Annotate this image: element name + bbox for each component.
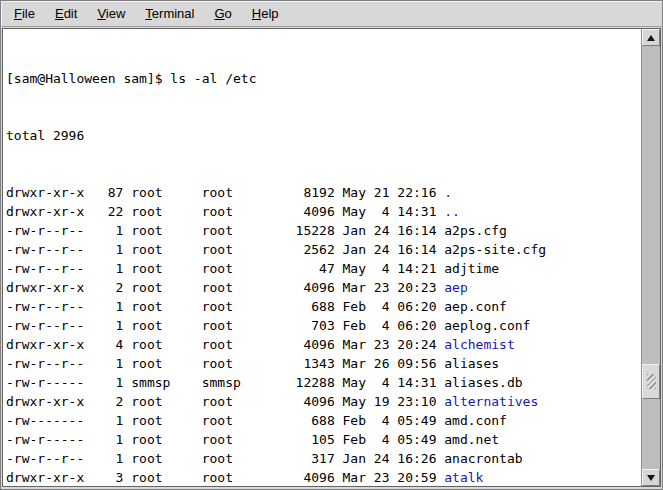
file-name: alternatives bbox=[444, 394, 538, 409]
listing-row: -rw-r----- 1 root root 105 Feb 4 05:49 a… bbox=[6, 430, 641, 449]
listing-row: drwxr-xr-x 87 root root 8192 May 21 22:1… bbox=[6, 183, 641, 202]
scrollbar-up-button[interactable] bbox=[642, 29, 660, 46]
listing-row: drwxr-xr-x 22 root root 4096 May 4 14:31… bbox=[6, 202, 641, 221]
file-name: amd.conf bbox=[444, 413, 507, 428]
file-attributes: -rw-r--r-- 1 root root 1343 Mar 26 09:56 bbox=[6, 356, 444, 371]
file-name: anacrontab bbox=[444, 451, 522, 466]
file-name: aep.conf bbox=[444, 299, 507, 314]
terminal-window: FileEditViewTerminalGoHelp [sam@Hallowee… bbox=[0, 0, 663, 490]
prompt-line: [sam@Halloween sam]$ ls -al /etc bbox=[6, 69, 641, 88]
file-attributes: -rw-r--r-- 1 root root 15228 Jan 24 16:1… bbox=[6, 223, 444, 238]
total-line: total 2996 bbox=[6, 126, 641, 145]
file-name: a2ps.cfg bbox=[444, 223, 507, 238]
listing-row: -rw-r--r-- 1 root root 688 Feb 4 06:20 a… bbox=[6, 297, 641, 316]
file-attributes: drwxr-xr-x 87 root root 8192 May 21 22:1… bbox=[6, 185, 444, 200]
listing-row: -rw-r--r-- 1 root root 1343 Mar 26 09:56… bbox=[6, 354, 641, 373]
file-attributes: -rw-r--r-- 1 root root 2562 Jan 24 16:14 bbox=[6, 242, 444, 257]
file-name: atalk bbox=[444, 470, 483, 485]
listing-row: -rw------- 1 root root 688 Feb 4 05:49 a… bbox=[6, 411, 641, 430]
terminal-frame: [sam@Halloween sam]$ ls -al /etc total 2… bbox=[2, 28, 661, 487]
file-listing: drwxr-xr-x 87 root root 8192 May 21 22:1… bbox=[6, 183, 641, 486]
file-attributes: drwxr-xr-x 2 root root 4096 Mar 23 20:23 bbox=[6, 280, 444, 295]
listing-row: drwxr-xr-x 4 root root 4096 Mar 23 20:24… bbox=[6, 335, 641, 354]
menu-help[interactable]: Help bbox=[242, 3, 289, 25]
file-name: aeplog.conf bbox=[444, 318, 530, 333]
file-attributes: -rw------- 1 root root 688 Feb 4 05:49 bbox=[6, 413, 444, 428]
file-attributes: -rw-r--r-- 1 root root 47 May 4 14:21 bbox=[6, 261, 444, 276]
file-attributes: drwxr-xr-x 2 root root 4096 May 19 23:10 bbox=[6, 394, 444, 409]
down-arrow-icon bbox=[647, 475, 655, 481]
listing-row: drwxr-xr-x 2 root root 4096 Mar 23 20:23… bbox=[6, 278, 641, 297]
file-name: alchemist bbox=[444, 337, 514, 352]
scrollbar-down-button[interactable] bbox=[642, 469, 660, 486]
file-name: aliases bbox=[444, 356, 499, 371]
file-attributes: drwxr-xr-x 4 root root 4096 Mar 23 20:24 bbox=[6, 337, 444, 352]
file-attributes: drwxr-xr-x 22 root root 4096 May 4 14:31 bbox=[6, 204, 444, 219]
listing-row: -rw-r--r-- 1 root root 703 Feb 4 06:20 a… bbox=[6, 316, 641, 335]
listing-row: drwxr-xr-x 3 root root 4096 Mar 23 20:59… bbox=[6, 468, 641, 486]
file-attributes: -rw-r--r-- 1 root root 688 Feb 4 06:20 bbox=[6, 299, 444, 314]
file-attributes: -rw-r--r-- 1 root root 317 Jan 24 16:26 bbox=[6, 451, 444, 466]
file-name: . bbox=[444, 185, 452, 200]
listing-row: drwxr-xr-x 2 root root 4096 May 19 23:10… bbox=[6, 392, 641, 411]
file-attributes: -rw-r--r-- 1 root root 703 Feb 4 06:20 bbox=[6, 318, 444, 333]
menu-file[interactable]: File bbox=[4, 3, 45, 25]
file-attributes: -rw-r----- 1 root root 105 Feb 4 05:49 bbox=[6, 432, 444, 447]
file-name: adjtime bbox=[444, 261, 499, 276]
scrollbar-thumb[interactable] bbox=[642, 364, 660, 399]
listing-row: -rw-r----- 1 smmsp smmsp 12288 May 4 14:… bbox=[6, 373, 641, 392]
file-name: amd.net bbox=[444, 432, 499, 447]
scrollbar-grip-icon bbox=[647, 374, 656, 389]
menu-bar: FileEditViewTerminalGoHelp bbox=[1, 1, 662, 27]
listing-row: -rw-r--r-- 1 root root 15228 Jan 24 16:1… bbox=[6, 221, 641, 240]
menu-edit[interactable]: Edit bbox=[45, 3, 87, 25]
menu-go[interactable]: Go bbox=[204, 3, 241, 25]
listing-row: -rw-r--r-- 1 root root 2562 Jan 24 16:14… bbox=[6, 240, 641, 259]
terminal-screen[interactable]: [sam@Halloween sam]$ ls -al /etc total 2… bbox=[3, 29, 641, 486]
listing-row: -rw-r--r-- 1 root root 317 Jan 24 16:26 … bbox=[6, 449, 641, 468]
file-name: aep bbox=[444, 280, 467, 295]
listing-row: -rw-r--r-- 1 root root 47 May 4 14:21 ad… bbox=[6, 259, 641, 278]
file-name: a2ps-site.cfg bbox=[444, 242, 546, 257]
up-arrow-icon bbox=[647, 35, 655, 41]
file-name: aliases.db bbox=[444, 375, 522, 390]
file-name: .. bbox=[444, 204, 460, 219]
menu-view[interactable]: View bbox=[87, 3, 135, 25]
file-attributes: drwxr-xr-x 3 root root 4096 Mar 23 20:59 bbox=[6, 470, 444, 485]
menu-terminal[interactable]: Terminal bbox=[135, 3, 204, 25]
scrollbar[interactable] bbox=[641, 29, 660, 486]
file-attributes: -rw-r----- 1 smmsp smmsp 12288 May 4 14:… bbox=[6, 375, 444, 390]
